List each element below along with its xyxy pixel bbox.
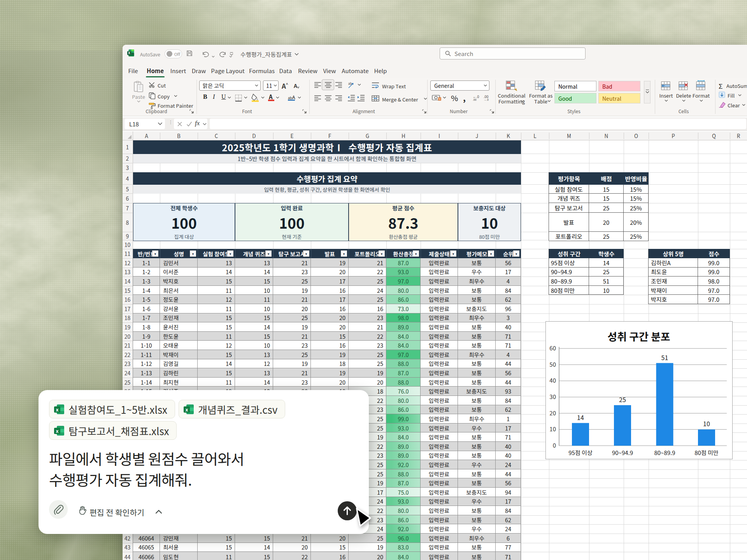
svg-text:60: 60	[549, 344, 556, 352]
svg-text:95점 이상: 95점 이상	[568, 448, 593, 457]
svg-text:→.0: →.0	[484, 98, 489, 101]
svg-text:x: x	[185, 405, 188, 413]
svg-text:25: 25	[619, 395, 626, 404]
svg-text:x: x	[56, 405, 58, 413]
svg-text:90~94.9: 90~94.9	[612, 448, 633, 457]
svg-text:10: 10	[549, 425, 556, 433]
svg-text:80점 미만: 80점 미만	[694, 448, 718, 457]
svg-text:0: 0	[553, 441, 556, 449]
svg-text:성취 구간 분포: 성취 구간 분포	[607, 329, 670, 344]
svg-text:50: 50	[549, 360, 556, 368]
svg-text:x: x	[56, 427, 58, 434]
svg-text:ab: ab	[348, 81, 352, 86]
svg-text:40: 40	[549, 376, 556, 384]
svg-text:80~89.9: 80~89.9	[654, 448, 675, 457]
svg-text:30: 30	[549, 392, 556, 401]
svg-text:X: X	[128, 51, 130, 55]
svg-text:10: 10	[703, 419, 710, 428]
svg-text:14: 14	[577, 413, 584, 422]
svg-text:20: 20	[549, 409, 556, 417]
svg-text:51: 51	[661, 353, 668, 362]
svg-text:.00: .00	[473, 98, 477, 101]
